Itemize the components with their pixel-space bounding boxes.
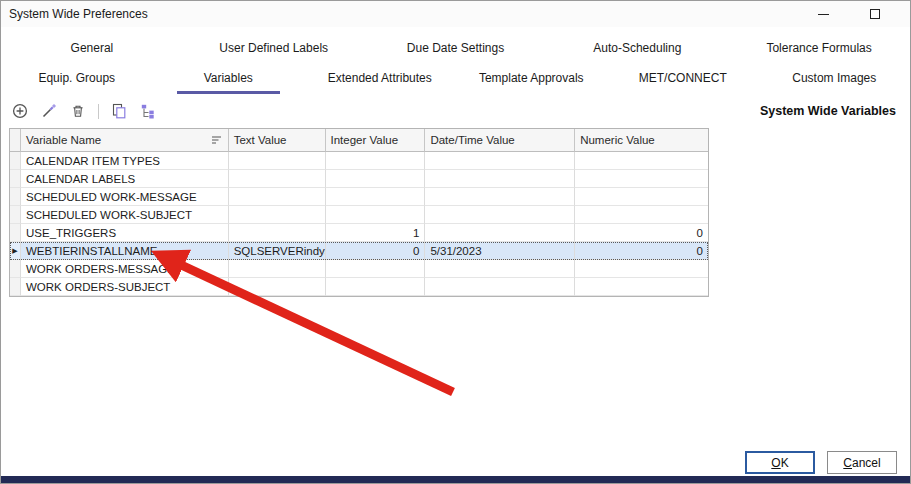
datetime-value-cell[interactable] [425,206,575,224]
variable-name-cell[interactable]: SCHEDULED WORK-MESSAGE [21,188,229,206]
table-row[interactable]: SCHEDULED WORK-MESSAGE [10,188,708,206]
text-value-cell[interactable] [229,260,326,278]
column-header-numeric-value[interactable]: Numeric Value [575,129,708,152]
tab-custom-images[interactable]: Custom Images [759,63,911,95]
datetime-value-cell[interactable] [425,152,575,170]
dialog-footer: OK Cancel [745,451,897,474]
ok-button[interactable]: OK [745,451,815,474]
integer-value-cell[interactable] [326,152,426,170]
table-row[interactable]: CALENDAR ITEM TYPES [10,152,708,170]
tab-user-defined-labels[interactable]: User Defined Labels [183,33,365,63]
numeric-value-cell[interactable] [575,278,708,296]
row-selector[interactable] [10,224,21,242]
row-selector[interactable] [10,188,21,206]
numeric-value-cell[interactable] [575,206,708,224]
column-header-variable-name[interactable]: Variable Name [21,129,229,152]
toolbar: System Wide Variables [11,98,896,124]
datetime-value-cell[interactable] [425,170,575,188]
tab-general[interactable]: General [1,33,183,63]
numeric-value-cell[interactable] [575,170,708,188]
datetime-value-cell[interactable] [425,278,575,296]
add-button[interactable] [11,102,29,120]
table-row[interactable]: SCHEDULED WORK-SUBJECT [10,206,708,224]
table-row[interactable]: CALENDAR LABELS [10,170,708,188]
window-controls [814,5,902,23]
tab-variables[interactable]: Variables [153,63,305,95]
tab-met-connect[interactable]: MET/CONNECT [607,63,759,95]
table-row[interactable]: WORK ORDERS-MESSAGE [10,260,708,278]
datetime-value-cell[interactable] [425,224,575,242]
text-value-cell[interactable] [229,224,326,242]
delete-button[interactable] [69,102,87,120]
table-row[interactable]: WORK ORDERS-SUBJECT [10,278,708,296]
column-header-date-time-value[interactable]: Date/Time Value [425,129,575,152]
minimize-button[interactable] [814,5,832,23]
variable-name-cell[interactable]: WEBTIERINSTALLNAME [21,242,229,260]
datetime-value-cell[interactable] [425,188,575,206]
text-value-cell[interactable] [229,152,326,170]
window-title: System Wide Preferences [9,7,148,21]
row-selector[interactable] [10,152,21,170]
tab-template-approvals[interactable]: Template Approvals [456,63,608,95]
row-selector[interactable]: ▶ [10,242,21,260]
column-header-text-value[interactable]: Text Value [229,129,326,152]
trash-icon [70,103,86,119]
datetime-value-cell[interactable]: 5/31/2023 [425,242,575,260]
row-selector-header [10,129,21,152]
table-row[interactable]: ▶WEBTIERINSTALLNAMESQLSERVERindysof05/31… [10,242,708,260]
row-selector[interactable] [10,260,21,278]
numeric-value-cell[interactable] [575,260,708,278]
row-selector[interactable] [10,278,21,296]
text-value-cell[interactable] [229,188,326,206]
paste-button[interactable] [110,102,128,120]
row-selector[interactable] [10,206,21,224]
tab-tolerance-formulas[interactable]: Tolerance Formulas [728,33,910,63]
numeric-value-cell[interactable]: 0 [575,224,708,242]
hierarchy-button[interactable] [139,102,157,120]
tab-due-date-settings[interactable]: Due Date Settings [365,33,547,63]
paste-icon [111,103,127,119]
variable-name-cell[interactable]: WORK ORDERS-MESSAGE [21,260,229,278]
row-selector[interactable] [10,170,21,188]
variable-name-cell[interactable]: CALENDAR LABELS [21,170,229,188]
sort-icon [211,135,223,145]
datetime-value-cell[interactable] [425,260,575,278]
minimize-icon [818,14,829,15]
section-title: System Wide Variables [760,104,896,118]
numeric-value-cell[interactable]: 0 [575,242,708,260]
numeric-value-cell[interactable] [575,188,708,206]
numeric-value-cell[interactable] [575,152,708,170]
bottom-bar [1,476,910,483]
variable-name-cell[interactable]: WORK ORDERS-SUBJECT [21,278,229,296]
column-header-integer-value[interactable]: Integer Value [326,129,426,152]
variable-name-cell[interactable]: SCHEDULED WORK-SUBJECT [21,206,229,224]
hierarchy-icon [140,103,156,119]
tab-auto-scheduling[interactable]: Auto-Scheduling [546,33,728,63]
variable-name-cell[interactable]: CALENDAR ITEM TYPES [21,152,229,170]
integer-value-cell[interactable]: 0 [326,242,426,260]
text-value-cell[interactable] [229,170,326,188]
table-row[interactable]: USE_TRIGGERS10 [10,224,708,242]
maximize-button[interactable] [866,5,884,23]
variables-table: Variable NameText ValueInteger ValueDate… [9,128,709,297]
maximize-icon [870,9,880,19]
integer-value-cell[interactable] [326,170,426,188]
text-value-cell[interactable]: SQLSERVERindysof [229,242,326,260]
integer-value-cell[interactable] [326,206,426,224]
tab-extended-attributes[interactable]: Extended Attributes [304,63,456,95]
tab-row-primary: GeneralUser Defined LabelsDue Date Setti… [1,33,910,63]
table-header: Variable NameText ValueInteger ValueDate… [10,129,708,152]
integer-value-cell[interactable]: 1 [326,224,426,242]
edit-button[interactable] [40,102,58,120]
integer-value-cell[interactable] [326,278,426,296]
table-body: CALENDAR ITEM TYPESCALENDAR LABELSSCHEDU… [10,152,708,296]
variable-name-cell[interactable]: USE_TRIGGERS [21,224,229,242]
text-value-cell[interactable] [229,278,326,296]
integer-value-cell[interactable] [326,188,426,206]
integer-value-cell[interactable] [326,260,426,278]
titlebar: System Wide Preferences [1,1,910,27]
current-row-marker: ▶ [12,247,17,254]
text-value-cell[interactable] [229,206,326,224]
tab-equip-groups[interactable]: Equip. Groups [1,63,153,95]
cancel-button[interactable]: Cancel [827,451,897,474]
